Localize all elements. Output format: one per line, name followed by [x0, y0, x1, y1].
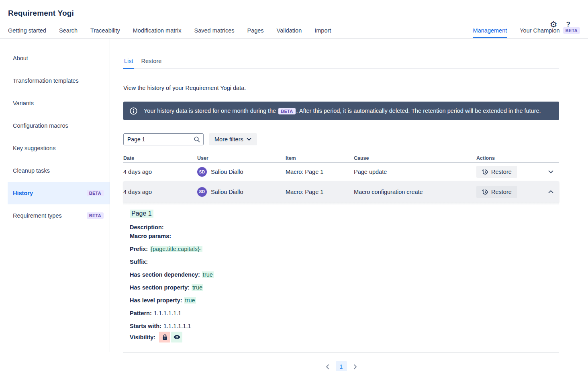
column-header-actions: Actions — [476, 155, 541, 161]
info-banner: Your history data is stored for one mont… — [123, 102, 559, 120]
banner-text-after: . After this period, it is automatically… — [296, 108, 541, 114]
next-page-button[interactable] — [353, 364, 357, 369]
filter-row: More filters — [123, 133, 559, 145]
detail-field-has-section-dependency: Has section dependency: true — [130, 271, 559, 278]
chevron-down-icon — [548, 170, 553, 174]
nav-import[interactable]: Import — [314, 27, 331, 38]
field-label: Prefix: — [130, 246, 148, 252]
top-navigation-right: Management Your Champion BETA — [473, 27, 580, 38]
table-header: Date User Item Cause Actions — [123, 154, 559, 163]
restore-button-label: Restore — [491, 189, 512, 195]
nav-getting-started[interactable]: Getting started — [8, 27, 46, 38]
avatar: SD — [197, 167, 207, 177]
expand-row-button[interactable] — [548, 170, 553, 174]
more-filters-button[interactable]: More filters — [209, 133, 257, 145]
previous-page-button[interactable] — [326, 364, 329, 369]
nav-traceability[interactable]: Traceability — [90, 27, 120, 38]
row-user: SD Saliou Diallo — [197, 167, 286, 177]
beta-badge: BETA — [278, 108, 295, 114]
search-wrap — [123, 133, 204, 145]
search-input[interactable] — [123, 133, 204, 145]
row-cause: Macro configuration create — [354, 189, 476, 195]
sidebar-item-label: Cleanup tasks — [13, 167, 50, 174]
restore-icon — [482, 189, 488, 195]
sidebar-item-configuration-macros[interactable]: Configuration macros — [8, 114, 110, 137]
detail-field-starts-with: Starts with: 1.1.1.1.1.1 — [130, 323, 559, 329]
nav-search[interactable]: Search — [59, 27, 78, 38]
sidebar-item-history[interactable]: History BETA — [8, 182, 110, 204]
detail-field-has-section-property: Has section property: true — [130, 284, 559, 291]
detail-field-visibility: Visibility: — [130, 332, 559, 342]
field-value: 1.1.1.1.1.1 — [163, 323, 191, 329]
sidebar-item-transformation-templates[interactable]: Transformation templates — [8, 69, 110, 92]
sidebar-item-key-suggestions[interactable]: Key suggestions — [8, 137, 110, 159]
detail-field-macro-params: Macro params: — [130, 233, 559, 239]
restore-icon — [482, 169, 488, 175]
main-content: List Restore View the history of your Re… — [110, 39, 588, 352]
detail-field-pattern: Pattern: 1.1.1.1.1.1 — [130, 310, 559, 316]
row-date: 4 days ago — [123, 189, 197, 195]
field-label: Has section property: — [130, 284, 190, 291]
field-value: 1.1.1.1.1.1 — [154, 310, 182, 316]
nav-saved-matrices[interactable]: Saved matrices — [194, 27, 235, 38]
settings-gear-icon[interactable]: ⚙ — [550, 20, 557, 29]
search-icon — [194, 136, 200, 143]
nav-management[interactable]: Management — [473, 27, 507, 38]
top-navigation: Getting started Search Traceability Modi… — [0, 25, 588, 39]
sidebar-item-cleanup-tasks[interactable]: Cleanup tasks — [8, 159, 110, 182]
chevron-right-icon — [353, 364, 357, 369]
sidebar-item-variants[interactable]: Variants — [8, 92, 110, 114]
row-user-name: Saliou Diallo — [211, 169, 243, 175]
field-value-highlighted: {page.title.capitals}- — [150, 246, 202, 252]
column-header-date: Date — [123, 155, 197, 161]
field-label: Suffix: — [130, 259, 148, 265]
row-date: 4 days ago — [123, 169, 197, 175]
field-value-highlighted: true — [202, 271, 214, 278]
help-icon[interactable]: ? — [566, 20, 570, 29]
nav-pages[interactable]: Pages — [247, 27, 263, 38]
more-filters-label: More filters — [214, 136, 243, 143]
chevron-down-icon — [247, 138, 251, 141]
nav-validation[interactable]: Validation — [277, 27, 302, 38]
sidebar-item-label: Key suggestions — [13, 145, 55, 151]
sidebar-item-label: Configuration macros — [13, 122, 68, 129]
beta-badge: BETA — [87, 190, 104, 196]
restore-button-label: Restore — [491, 169, 512, 175]
sidebar-item-label: Requirement types — [13, 212, 62, 219]
sidebar-item-about[interactable]: About — [8, 47, 110, 69]
tab-list[interactable]: List — [123, 58, 134, 69]
tab-restore[interactable]: Restore — [141, 58, 163, 68]
column-header-item: Item — [286, 155, 354, 161]
field-value-highlighted: true — [184, 297, 196, 304]
sidebar-item-label: Variants — [13, 100, 34, 106]
detail-field-has-level-property: Has level property: true — [130, 297, 559, 304]
intro-text: View the history of your Requirement Yog… — [123, 85, 559, 91]
row-cause: Page update — [354, 169, 476, 175]
table-row-expanded[interactable]: 4 days ago SD Saliou Diallo Macro: Page … — [123, 181, 559, 202]
field-label: Has section dependency: — [130, 271, 200, 278]
banner-text-before: Your history data is stored for one mont… — [144, 108, 276, 114]
banner-text: Your history data is stored for one mont… — [144, 108, 541, 114]
info-icon — [130, 107, 137, 115]
sidebar-item-requirement-types[interactable]: Requirement types BETA — [8, 204, 110, 227]
avatar: SD — [197, 187, 207, 197]
restore-button[interactable]: Restore — [476, 186, 517, 198]
sidebar: About Transformation templates Variants … — [0, 39, 110, 352]
restore-button[interactable]: Restore — [476, 166, 517, 178]
detail-field-suffix: Suffix: — [130, 259, 559, 265]
page-number-current[interactable]: 1 — [336, 361, 347, 371]
column-header-cause: Cause — [354, 155, 476, 161]
detail-field-prefix: Prefix: {page.title.capitals}- — [130, 246, 559, 252]
nav-modification-matrix[interactable]: Modification matrix — [133, 27, 182, 38]
app-header: Requirement Yogi ⚙ ? — [0, 0, 588, 18]
field-value-highlighted: true — [192, 284, 203, 291]
expanded-detail-panel: Page 1 Description: Macro params: Prefix… — [123, 202, 559, 353]
nav-your-champion[interactable]: Your Champion BETA — [520, 27, 580, 38]
table-row[interactable]: 4 days ago SD Saliou Diallo Macro: Page … — [123, 163, 559, 181]
header-icons: ⚙ ? — [550, 20, 570, 29]
row-user-name: Saliou Diallo — [211, 189, 243, 195]
field-label: Macro params: — [130, 233, 171, 239]
sidebar-item-label: About — [13, 55, 28, 61]
visibility-icons — [159, 332, 182, 342]
collapse-row-button[interactable] — [548, 190, 553, 194]
